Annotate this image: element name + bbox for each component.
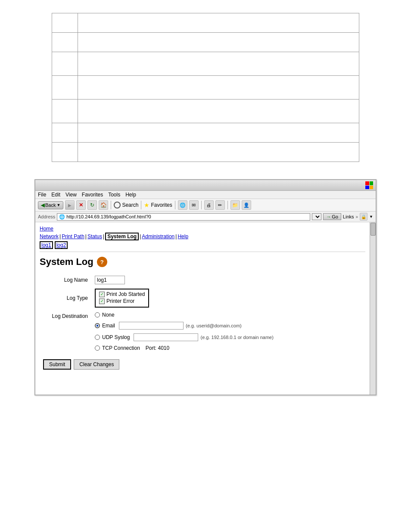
home-icon: 🏠	[100, 202, 107, 208]
favorites-star-icon: ★	[144, 202, 149, 208]
browser-menubar: File Edit View Favorites Tools Help	[35, 191, 376, 199]
clear-button[interactable]: Clear Changes	[74, 359, 119, 370]
search-icon	[114, 202, 121, 208]
links-button[interactable]: Links	[343, 214, 354, 219]
forward-button[interactable]: ▶	[65, 200, 75, 210]
menu-view[interactable]: View	[65, 192, 77, 198]
log-type-value-cell: ✓ Print Job Started ✓ Printer Error	[91, 286, 365, 310]
menu-edit[interactable]: Edit	[51, 192, 60, 198]
buttons-row: Submit Clear Changes	[40, 359, 365, 370]
table-cell-right	[78, 76, 359, 100]
log-destination-label: Log Destination	[40, 310, 91, 355]
top-table-section	[0, 0, 411, 175]
folders-button[interactable]: 📁	[230, 200, 240, 210]
browser-section: File Edit View Favorites Tools Help ◀ Ba…	[0, 175, 411, 408]
table-cell-left	[52, 143, 78, 162]
stop-button[interactable]: ✕	[76, 200, 86, 210]
checkbox-label-print-job: Print Job Started	[106, 291, 145, 297]
refresh-button[interactable]: ↻	[87, 200, 97, 210]
log-name-value-cell	[91, 274, 365, 286]
go-label: Go	[332, 214, 338, 219]
browser-window: File Edit View Favorites Tools Help ◀ Ba…	[34, 179, 377, 395]
udp-input[interactable]	[134, 333, 198, 341]
table-row	[52, 143, 359, 162]
submit-button[interactable]: Submit	[43, 359, 71, 370]
go-arrow-icon: →	[326, 214, 331, 219]
browser-toolbar: ◀ Back ▼ ▶ ✕ ↻ 🏠 Search ★	[35, 199, 376, 212]
radio-none[interactable]	[95, 312, 100, 317]
search-button[interactable]: Search	[114, 202, 138, 208]
scrollbar-track[interactable]	[370, 222, 376, 395]
form-table: Log Name Log Type ✓ Print Job Started	[40, 274, 365, 355]
menu-help[interactable]: Help	[125, 192, 136, 198]
checkbox-icon-printer-error[interactable]: ✓	[99, 299, 105, 304]
address-dropdown[interactable]	[312, 213, 321, 220]
radio-email-label: Email	[102, 323, 115, 329]
log-destination-row: Log Destination None	[40, 310, 365, 355]
nav-link-administration[interactable]: Administration	[142, 233, 174, 240]
back-label: Back	[45, 202, 56, 208]
media-button[interactable]: 🌐	[178, 200, 187, 210]
nav-link-network[interactable]: Network	[40, 233, 59, 240]
email-input[interactable]	[119, 322, 184, 330]
checkbox-printer-error: ✓ Printer Error	[99, 298, 145, 304]
table-row	[52, 100, 359, 123]
browser-addressbar: Address 🌐 → Go Links » 🔒 ▼	[35, 212, 376, 222]
log-type-row: Log Type ✓ Print Job Started ✓ Printer E…	[40, 286, 365, 310]
favorites-label: Favorites	[151, 202, 172, 208]
mail-button[interactable]: ✉	[189, 200, 199, 210]
tcp-port-text: Port: 4010	[146, 345, 169, 351]
nav-link-systemlog[interactable]: System Log	[105, 233, 139, 240]
syslog-heading: System Log ?	[40, 256, 365, 268]
destination-options: None Email (e.g. userid@domain.com)	[95, 312, 362, 353]
users-button[interactable]: 👤	[242, 200, 251, 210]
checkbox-label-printer-error: Printer Error	[106, 298, 134, 304]
nav-home-link[interactable]: Home	[40, 226, 365, 232]
radio-udp-label: UDP Syslog	[102, 334, 130, 340]
go-button[interactable]: → Go	[323, 213, 341, 220]
scrollbar-thumb[interactable]	[371, 223, 376, 236]
browser-content: Home Network | Print Path | Status | Sys…	[35, 222, 376, 395]
log-name-input[interactable]	[95, 276, 125, 284]
log-name-label: Log Name	[40, 274, 91, 286]
windows-logo-icon	[365, 181, 373, 189]
menu-tools[interactable]: Tools	[108, 192, 120, 198]
toolbar-separator-2	[141, 201, 141, 209]
radio-none-label: None	[102, 312, 115, 318]
radio-email-row: Email (e.g. userid@domain.com)	[95, 322, 362, 330]
email-hint: (e.g. userid@domain.com)	[186, 323, 242, 328]
table-cell-left	[52, 33, 78, 52]
radio-udp[interactable]	[95, 335, 100, 340]
address-input-container[interactable]: 🌐	[57, 213, 310, 221]
radio-tcp[interactable]	[95, 345, 100, 351]
menu-favorites[interactable]: Favorites	[82, 192, 103, 198]
nav-link-help[interactable]: Help	[177, 233, 188, 240]
nav-link-printpath[interactable]: Print Path	[62, 233, 84, 240]
menu-file[interactable]: File	[38, 192, 46, 198]
stop-icon: ✕	[79, 202, 83, 208]
home-button[interactable]: 🏠	[99, 200, 108, 210]
table-cell-left	[52, 13, 78, 33]
syslog-icon: ?	[97, 257, 107, 267]
folders-icon: 📁	[232, 202, 238, 208]
checkbox-icon-print-job[interactable]: ✓	[99, 292, 105, 297]
sub-nav-log2[interactable]: log2	[55, 241, 68, 249]
nav-sep-5: |	[175, 233, 177, 240]
security-lock-icon: 🔒	[361, 215, 366, 219]
print-button[interactable]: 🖨	[204, 200, 214, 210]
address-input[interactable]	[66, 214, 308, 219]
table-cell-left	[52, 52, 78, 76]
security-icon[interactable]: 🔒	[360, 213, 367, 221]
radio-tcp-label: TCP Connection	[102, 345, 140, 351]
refresh-icon: ↻	[90, 202, 94, 208]
radio-email[interactable]	[95, 323, 100, 328]
back-button[interactable]: ◀ Back ▼	[38, 201, 63, 209]
log-type-label: Log Type	[40, 286, 91, 310]
nav-link-status[interactable]: Status	[87, 233, 102, 240]
double-chevron-icon: »	[356, 215, 358, 219]
sub-nav-log1[interactable]: log1	[40, 241, 53, 249]
edit-button[interactable]: ✏	[215, 200, 225, 210]
nav-sep-2: |	[85, 233, 87, 240]
favorites-button[interactable]: ★ Favorites	[144, 202, 172, 208]
log-type-box: ✓ Print Job Started ✓ Printer Error	[95, 289, 149, 308]
